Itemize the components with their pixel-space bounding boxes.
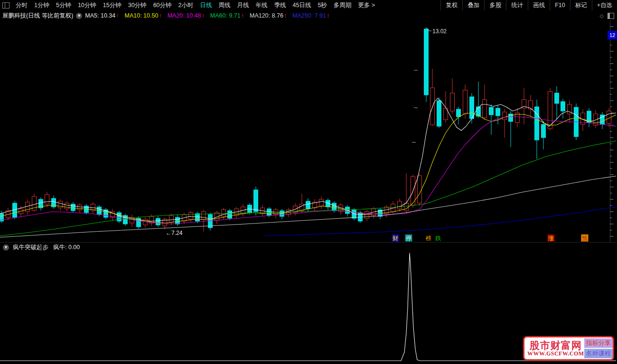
indicator-value: 疯牛: 0.00 [53,243,80,252]
candle-body [65,203,69,209]
panel-layout-icon[interactable] [608,13,614,19]
price-annotation-0: 13.02 [432,28,447,35]
timeframe-item-12[interactable]: 季线 [271,0,289,10]
tool-item-4[interactable]: 画线 [528,0,550,10]
timeframe-item-13[interactable]: 45日线 [289,0,314,10]
candle-body [503,112,507,120]
candle-body [463,90,467,114]
ma-line-ma60 [0,141,616,236]
chevron-down-icon[interactable]: ▼ [76,13,82,19]
candle-body [169,215,174,222]
candle-body [489,107,494,115]
candle-body [437,101,441,126]
trend-up-arrow: ↑ [202,12,205,19]
candle-body [202,212,206,219]
candle-body [548,92,552,129]
candle-body [424,29,429,95]
y-axis-price-label: 12 [608,31,617,39]
timeframe-item-1[interactable]: 1分钟 [31,0,53,10]
candle-body [176,217,180,224]
event-marker-2: 榜 [425,235,431,242]
candle-body [365,212,369,218]
candle-body [326,200,330,207]
diamond-icon[interactable]: ◇ [600,13,604,19]
watermark-badges: 指标分享 名师课程 [584,338,613,358]
top-menu-bar: 分时1分钟5分钟10分钟15分钟30分钟60分钟2小时日线周线月线年线季线45日… [0,0,617,11]
timeframe-item-0[interactable]: 分时 [12,0,31,10]
trend-up-arrow: ↑ [159,12,161,19]
event-marker-0: 财 [393,235,398,242]
indicator-header: ▼ 疯牛突破起步 疯牛: 0.00 [0,242,617,252]
timeframe-item-9[interactable]: 周线 [215,0,234,10]
candle-body [496,108,500,116]
timeframe-item-15[interactable]: 多周期 [330,0,355,10]
candle-body [78,205,82,210]
watermark-logo: 股市财富网 WWW.GSCFW.COM 指标分享 名师课程 [523,336,614,361]
tool-item-0[interactable]: 复权 [440,0,462,10]
chart-header: 展鹏科技(日线 等比前复权) ▼ MA5: 10.34↑MA10: 10.50↑… [0,10,617,21]
trend-up-arrow: ↑ [116,12,119,19]
candle-body [561,102,565,111]
watermark-badge-1: 指标分享 [584,338,613,348]
candle-body [398,201,402,209]
candle-body [45,195,49,204]
candle-body [196,214,200,221]
tool-item-5[interactable]: F10 [550,0,570,10]
timeframe-item-14[interactable]: 5秒 [314,0,330,10]
right-tool-menu: 复权叠加多股统计画线F10标记+自选 [440,0,617,10]
candle-body [71,204,75,211]
indicator-chevron-down-icon[interactable]: ▼ [3,244,9,251]
price-annotation-1: ←7.24 [166,230,183,236]
tool-item-6[interactable]: 标记 [570,0,592,10]
event-marker-1: 停 [406,235,411,242]
timeframe-menu: 分时1分钟5分钟10分钟15分钟30分钟60分钟2小时日线周线月线年线季线45日… [12,0,378,10]
tool-item-2[interactable]: 多股 [484,0,506,10]
timeframe-item-7[interactable]: 2小时 [175,0,197,10]
tool-item-3[interactable]: 统计 [506,0,528,10]
timeframe-item-10[interactable]: 月线 [234,0,252,10]
watermark-text: 股市财富网 WWW.GSCFW.COM [527,340,584,357]
tool-item-7[interactable]: +自选 [592,0,617,10]
event-marker-3: 跌 [435,235,441,242]
timeframe-item-2[interactable]: 5分钟 [53,0,75,10]
trend-up-arrow: ↑ [284,12,287,19]
candle-body [470,97,474,119]
timeframe-item-6[interactable]: 60分钟 [150,0,175,10]
candle-body [267,209,271,215]
candle-body [306,201,310,209]
timeframe-item-3[interactable]: 10分钟 [75,0,100,10]
trend-up-arrow: ↑ [241,12,244,19]
main-chart-canvas[interactable]: 13.02←7.24财停榜跌涨预 [0,21,617,242]
candle-body [228,211,232,218]
candle-body [418,176,422,203]
stock-title: 展鹏科技(日线 等比前复权) [2,12,73,20]
indicator-name: 疯牛突破起步 [13,243,48,252]
watermark-title: 股市财富网 [530,340,582,351]
trading-app: 分时1分钟5分钟10分钟15分钟30分钟60分钟2小时日线周线月线年线季线45日… [0,0,617,364]
candle-body [450,93,455,111]
candle-body [26,202,30,212]
timeframe-item-11[interactable]: 年线 [252,0,271,10]
ma-label-0: MA5: 10.34↑ [85,12,119,19]
trend-up-arrow: ↑ [327,12,329,19]
candle-body [483,100,487,118]
candle-body [58,201,63,208]
tool-item-1[interactable]: 叠加 [462,0,484,10]
header-icons: ◇ [600,10,614,21]
timeframe-item-8[interactable]: 日线 [196,0,215,10]
ma-values: MA5: 10.34↑MA10: 10.50↑MA20: 10.48↑MA60:… [85,12,335,19]
candle-body [430,88,435,125]
timeframe-item-5[interactable]: 30分钟 [125,0,150,10]
candle-body [189,213,193,219]
ma-label-1: MA10: 10.50↑ [125,12,162,19]
ma-label-3: MA60: 9.71↑ [210,12,244,19]
watermark-url: WWW.GSCFW.COM [527,351,584,357]
watermark-badge-2: 名师课程 [584,349,613,358]
candle-body [222,210,226,216]
candle-body [555,93,559,103]
timeframe-item-16[interactable]: 更多 > [355,0,378,10]
timeframe-item-4[interactable]: 15分钟 [100,0,125,10]
candle-body [319,199,324,206]
ma-label-5: MA250: 7.91↑ [292,12,329,19]
split-window-icon[interactable] [2,2,9,9]
